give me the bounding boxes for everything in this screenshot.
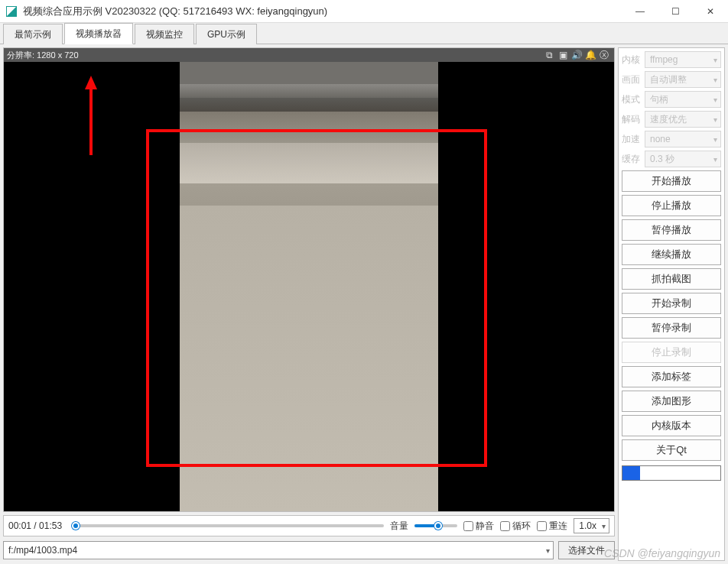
btn-label: 添加标签 bbox=[652, 370, 691, 384]
btn-label: 关于Qt bbox=[656, 443, 687, 457]
settings-panel: 内核 ffmpeg 画面 自动调整 模式 句柄 解码 速度优先 加速 none … bbox=[618, 47, 725, 561]
reconnect-label: 重连 bbox=[549, 520, 567, 533]
select-value: 句柄 bbox=[650, 93, 668, 106]
tab-monitor[interactable]: 视频监控 bbox=[135, 24, 194, 44]
record-start-button[interactable]: 开始录制 bbox=[622, 293, 721, 314]
reconnect-checkbox[interactable]: 重连 bbox=[537, 520, 567, 533]
window-title: 视频综合应用示例 V20230322 (QQ: 517216493 WX: fe… bbox=[23, 5, 622, 18]
tab-label: 视频监控 bbox=[146, 29, 183, 40]
setting-row-kernel: 内核 ffmpeg bbox=[622, 51, 721, 68]
setting-row-cache: 缓存 0.3 秒 bbox=[622, 151, 721, 167]
volume-thumb[interactable] bbox=[434, 522, 442, 530]
close-icon[interactable]: ⓧ bbox=[597, 48, 611, 62]
svg-marker-1 bbox=[85, 76, 97, 89]
overlay-rectangle bbox=[146, 129, 487, 467]
window-controls: — ☐ ✕ bbox=[622, 0, 728, 22]
setting-row-accel: 加速 none bbox=[622, 131, 721, 147]
video-area: 分辨率: 1280 x 720 ⧉ ▣ 🔊 🔔 ⓧ bbox=[3, 47, 615, 512]
main-body: 分辨率: 1280 x 720 ⧉ ▣ 🔊 🔔 ⓧ bbox=[0, 44, 728, 564]
pause-button[interactable]: 暂停播放 bbox=[622, 219, 721, 241]
camera-icon[interactable]: ▣ bbox=[556, 48, 570, 62]
loop-label: 循环 bbox=[512, 520, 531, 533]
setting-label: 解码 bbox=[622, 113, 642, 126]
mode-select[interactable]: 句柄 bbox=[645, 91, 721, 108]
mute-input[interactable] bbox=[463, 521, 473, 531]
btn-label: 停止录制 bbox=[652, 345, 691, 359]
stop-button[interactable]: 停止播放 bbox=[622, 195, 721, 216]
decode-select[interactable]: 速度优先 bbox=[645, 111, 721, 128]
source-row: f:/mp4/1003.mp4 选择文件 bbox=[3, 540, 615, 561]
tab-label: GPU示例 bbox=[207, 29, 245, 40]
color-picker[interactable] bbox=[622, 465, 721, 481]
btn-label: 开始录制 bbox=[652, 297, 691, 310]
tab-simple[interactable]: 最简示例 bbox=[3, 24, 63, 44]
resume-button[interactable]: 继续播放 bbox=[622, 244, 721, 265]
browse-button[interactable]: 选择文件 bbox=[558, 541, 615, 559]
setting-row-mode: 模式 句柄 bbox=[622, 91, 721, 108]
reconnect-input[interactable] bbox=[537, 521, 547, 531]
app-icon bbox=[6, 6, 17, 17]
volume-slider[interactable] bbox=[414, 524, 457, 527]
browse-label: 选择文件 bbox=[568, 544, 605, 557]
btn-label: 暂停播放 bbox=[652, 223, 691, 237]
tab-label: 视频播放器 bbox=[76, 28, 122, 39]
tab-strip: 最简示例 视频播放器 视频监控 GPU示例 bbox=[0, 23, 728, 44]
tab-gpu[interactable]: GPU示例 bbox=[196, 24, 257, 44]
aspect-select[interactable]: 自动调整 bbox=[645, 71, 721, 88]
add-label-button[interactable]: 添加标签 bbox=[622, 366, 721, 387]
cache-select[interactable]: 0.3 秒 bbox=[645, 151, 721, 167]
mute-label: 静音 bbox=[476, 520, 494, 533]
record-stop-button[interactable]: 停止录制 bbox=[622, 342, 721, 363]
resolution-label: 分辨率: 1280 x 720 bbox=[7, 50, 542, 61]
window-titlebar: 视频综合应用示例 V20230322 (QQ: 517216493 WX: fe… bbox=[0, 0, 728, 23]
volume-label: 音量 bbox=[390, 520, 408, 533]
source-path-value: f:/mp4/1003.mp4 bbox=[8, 545, 77, 556]
kernel-version-button[interactable]: 内核版本 bbox=[622, 415, 721, 436]
record-pause-button[interactable]: 暂停录制 bbox=[622, 317, 721, 339]
add-shape-button[interactable]: 添加图形 bbox=[622, 391, 721, 412]
btn-label: 开始播放 bbox=[652, 174, 691, 188]
tab-player[interactable]: 视频播放器 bbox=[64, 23, 133, 44]
play-button[interactable]: 开始播放 bbox=[622, 170, 721, 192]
accel-select[interactable]: none bbox=[645, 131, 721, 147]
setting-row-decode: 解码 速度优先 bbox=[622, 111, 721, 128]
select-value: none bbox=[650, 134, 671, 144]
playback-bar: 00:01 / 01:53 音量 静音 循环 重连 bbox=[3, 515, 615, 536]
source-path-input[interactable]: f:/mp4/1003.mp4 bbox=[3, 541, 554, 559]
btn-label: 继续播放 bbox=[652, 248, 691, 261]
kernel-select[interactable]: ffmpeg bbox=[645, 51, 721, 68]
btn-label: 添加图形 bbox=[652, 394, 691, 408]
loop-checkbox[interactable]: 循环 bbox=[500, 520, 531, 533]
snapshot-button[interactable]: 抓拍截图 bbox=[622, 268, 721, 290]
minimize-button[interactable]: — bbox=[622, 0, 658, 22]
loop-input[interactable] bbox=[500, 521, 510, 531]
annotation-arrow-icon bbox=[82, 76, 100, 160]
setting-label: 缓存 bbox=[622, 153, 642, 166]
time-display: 00:01 / 01:53 bbox=[8, 520, 67, 531]
setting-label: 模式 bbox=[622, 93, 642, 106]
setting-label: 画面 bbox=[622, 73, 642, 86]
maximize-button[interactable]: ☐ bbox=[658, 0, 693, 22]
btn-label: 停止播放 bbox=[652, 199, 691, 212]
tab-label: 最简示例 bbox=[15, 29, 51, 40]
pip-icon[interactable]: ⧉ bbox=[542, 48, 556, 62]
seek-thumb[interactable] bbox=[72, 522, 80, 530]
video-surface[interactable] bbox=[4, 62, 614, 511]
setting-label: 加速 bbox=[622, 133, 642, 146]
video-toolbar: 分辨率: 1280 x 720 ⧉ ▣ 🔊 🔔 ⓧ bbox=[4, 48, 614, 62]
select-value: 0.3 秒 bbox=[650, 153, 674, 166]
close-button[interactable]: ✕ bbox=[693, 0, 728, 22]
sound-icon[interactable]: 🔊 bbox=[570, 48, 583, 62]
seek-slider[interactable] bbox=[73, 524, 384, 527]
select-value: 速度优先 bbox=[650, 113, 687, 126]
setting-row-aspect: 画面 自动调整 bbox=[622, 71, 721, 88]
bell-icon[interactable]: 🔔 bbox=[583, 48, 597, 62]
about-qt-button[interactable]: 关于Qt bbox=[622, 439, 721, 461]
speed-value: 1.0x bbox=[579, 520, 596, 531]
select-value: ffmpeg bbox=[650, 54, 678, 65]
speed-select[interactable]: 1.0x bbox=[574, 518, 609, 533]
btn-label: 抓拍截图 bbox=[652, 272, 691, 286]
setting-label: 内核 bbox=[622, 53, 642, 66]
mute-checkbox[interactable]: 静音 bbox=[463, 520, 494, 533]
btn-label: 暂停录制 bbox=[652, 321, 691, 335]
